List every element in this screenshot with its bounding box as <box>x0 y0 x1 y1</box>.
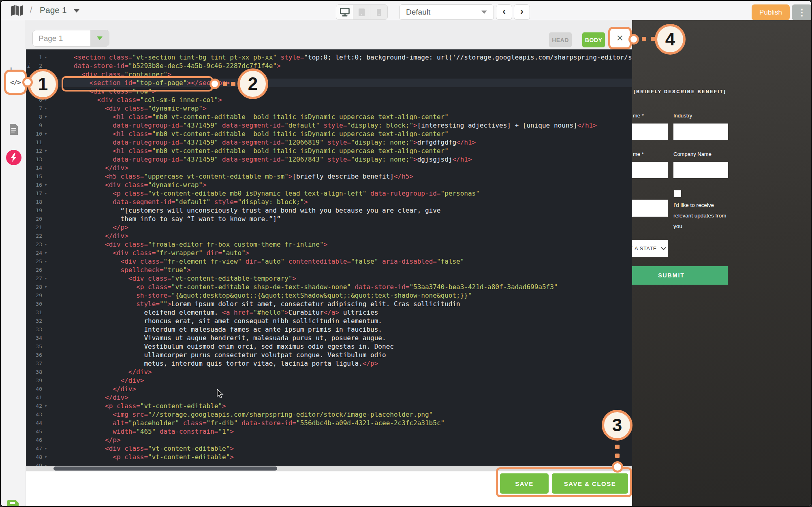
code-text[interactable]: </p> <box>74 436 632 444</box>
code-line-40[interactable]: 40 </div> <box>26 385 632 393</box>
code-line-26[interactable]: 26 spellcheck="true"> <box>26 266 632 274</box>
code-text[interactable]: </div> <box>74 376 632 385</box>
fold-caret-icon[interactable] <box>42 121 49 130</box>
document-icon[interactable] <box>9 124 18 135</box>
horizontal-scrollbar-thumb[interactable] <box>53 467 277 471</box>
fold-caret-icon[interactable]: ▾ <box>42 283 49 291</box>
fold-caret-icon[interactable]: ▾ <box>42 240 49 249</box>
code-line-15[interactable]: 15 <h5 class="uppercase vt-content-edita… <box>26 172 632 181</box>
code-text[interactable]: <h1 class="mb0 vt-content-editable bold … <box>74 130 632 138</box>
code-line-41[interactable]: 41 </div> <box>26 393 632 402</box>
fold-caret-icon[interactable]: ▾ <box>42 402 49 410</box>
code-line-34[interactable]: 34 Vivamus ut augue hendrerit, malesuada… <box>26 334 632 342</box>
code-line-42[interactable]: 42▾ <p class="vt-content-editable"> <box>26 402 632 410</box>
fold-caret-icon[interactable]: ▾ <box>42 147 49 155</box>
fold-caret-icon[interactable]: ▾ <box>42 257 49 266</box>
breadcrumb-page-title[interactable]: Page 1 <box>40 5 67 15</box>
code-text[interactable]: <p class="vt-content-editable"> <box>74 402 632 410</box>
code-line-25[interactable]: 25▾ <div class="fr-element fr-view" dir=… <box>26 257 632 266</box>
code-text[interactable]: </div> <box>74 385 632 393</box>
fold-caret-icon[interactable] <box>42 155 49 164</box>
editor-page-select-caret[interactable] <box>90 30 109 46</box>
code-text[interactable]: data-rulegroup-id="4371459" data-segment… <box>74 138 632 147</box>
fold-caret-icon[interactable] <box>42 334 49 342</box>
code-line-20[interactable]: 20 them info to say “I want to know more… <box>26 215 632 223</box>
code-line-30[interactable]: 30 style="">Lorem ipsum dolor sit amet, … <box>26 300 632 308</box>
fold-caret-icon[interactable] <box>42 325 49 334</box>
code-text[interactable]: sh-store="{&quot;desktop&quot;:{&quot;te… <box>74 291 632 300</box>
code-text[interactable]: <div class="col-sm-6 inner-col"> <box>74 96 632 104</box>
code-line-29[interactable]: 29 sh-store="{&quot;desktop&quot;:{&quot… <box>26 291 632 300</box>
fold-caret-icon[interactable]: ▾ <box>42 249 49 257</box>
first-name-input[interactable] <box>632 124 668 140</box>
code-line-44[interactable]: 44 alt="placeholder" class="fr-dib" data… <box>26 419 632 427</box>
code-line-9[interactable]: 9 data-rulegroup-id="4371459" data-segme… <box>26 121 632 130</box>
code-line-6[interactable]: 6▾ <div class="col-sm-6 inner-col"> <box>26 96 632 104</box>
code-text[interactable]: data-store-id="b5293b8e-dec5-4a5b-9c46-2… <box>74 62 632 70</box>
code-text[interactable]: data-rulegroup-id="4371459" data-segment… <box>74 121 632 130</box>
code-text[interactable]: “[customers will unconsciously trust and… <box>74 206 632 215</box>
code-text[interactable]: Vivamus ut augue hendrerit, malesuada pu… <box>74 334 632 342</box>
code-line-11[interactable]: 11 data-rulegroup-id="4371459" data-segm… <box>26 138 632 147</box>
email-input[interactable] <box>632 200 668 217</box>
code-line-43[interactable]: 43 <img src="//storage.googleapis.com/sh… <box>26 410 632 419</box>
fold-caret-icon[interactable] <box>42 410 49 419</box>
code-line-31[interactable]: 31 eleifend elementum. <a href="#hello">… <box>26 308 632 317</box>
code-line-21[interactable]: 21 </p> <box>26 223 632 232</box>
fold-caret-icon[interactable] <box>42 368 49 376</box>
code-text[interactable]: <p class="vt-content-editable mb0 isDyna… <box>74 189 632 198</box>
mobile-view-button[interactable] <box>370 5 387 19</box>
code-line-33[interactable]: 33 Interdum et malesuada fames ac ante i… <box>26 325 632 334</box>
industry-input[interactable] <box>673 124 728 140</box>
state-select[interactable]: ECT A STATE <box>632 240 668 257</box>
fold-caret-icon[interactable] <box>42 385 49 393</box>
code-text[interactable]: </div> <box>74 232 632 240</box>
fold-caret-icon[interactable]: ▾ <box>42 274 49 283</box>
tablet-view-button[interactable] <box>353 5 370 19</box>
code-text[interactable]: Interdum et malesuada fames ac ante ipsu… <box>74 325 632 334</box>
head-tab-button[interactable]: HEAD <box>549 32 572 47</box>
code-text[interactable]: </div> <box>74 164 632 172</box>
code-text[interactable]: spellcheck="true"> <box>74 266 632 274</box>
code-line-32[interactable]: 32 rhoncus erat, sit amet consequat nibh… <box>26 317 632 325</box>
prev-button[interactable]: ‹ <box>496 4 512 20</box>
code-line-46[interactable]: 46 </p> <box>26 436 632 444</box>
code-text[interactable]: </div> <box>74 393 632 402</box>
fold-caret-icon[interactable] <box>42 436 49 444</box>
fold-caret-icon[interactable] <box>42 198 49 206</box>
code-line-12[interactable]: 12▾ <h1 class="mb0 vt-content-editable b… <box>26 147 632 155</box>
code-line-19[interactable]: 19 “[customers will unconsciously trust … <box>26 206 632 215</box>
code-text[interactable]: rhoncus erat, sit amet consequat nibh so… <box>74 317 632 325</box>
fold-caret-icon[interactable] <box>42 215 49 223</box>
code-line-27[interactable]: 27▾ <div class="vt-content-editable-temp… <box>26 274 632 283</box>
code-line-48[interactable]: 48▾ <p class="vt-content-editable"> <box>26 453 632 461</box>
code-text[interactable]: <h1 class="mb0 vt-content-editable bold … <box>74 147 632 155</box>
code-text[interactable]: width="465" data-constrain="1"> <box>74 427 632 436</box>
code-line-13[interactable]: 13 data-rulegroup-id="4371459" data-segm… <box>26 155 632 164</box>
code-line-7[interactable]: 7▾ <div class="dynamic-wrap"> <box>26 104 632 113</box>
map-logo-icon[interactable] <box>11 4 24 17</box>
code-text[interactable]: <div class="dynamic-wrap"> <box>74 181 632 189</box>
code-line-22[interactable]: 22 </div> <box>26 232 632 240</box>
code-text[interactable]: metus, interdum quis tortor vitae, lacin… <box>74 359 632 368</box>
code-text[interactable]: <div class="froala-editor fr-box custom-… <box>74 240 632 249</box>
save-disk-icon[interactable] <box>6 499 19 507</box>
submit-button[interactable]: SUBMIT <box>632 266 728 285</box>
code-text[interactable]: alt="placeholder" class="fr-dib" data-st… <box>74 419 632 427</box>
code-text[interactable]: <img src="//storage.googleapis.com/sharp… <box>74 410 632 419</box>
fold-caret-icon[interactable] <box>42 308 49 317</box>
code-line-36[interactable]: 36 ullamcorper purus consectetur volutpa… <box>26 351 632 359</box>
code-line-24[interactable]: 24▾ <div class="fr-wrapper" dir="auto"> <box>26 249 632 257</box>
code-text[interactable]: <p class="vt-content-editable shsp-de-te… <box>74 283 632 291</box>
fold-caret-icon[interactable] <box>42 317 49 325</box>
code-line-23[interactable]: 23▾ <div class="froala-editor fr-box cus… <box>26 240 632 249</box>
fold-caret-icon[interactable] <box>42 172 49 181</box>
code-text[interactable]: <div class="dynamic-wrap"> <box>74 104 632 113</box>
fold-caret-icon[interactable] <box>42 419 49 427</box>
updates-checkbox[interactable] <box>674 190 681 197</box>
code-line-17[interactable]: 17▾ <p class="vt-content-editable mb0 is… <box>26 189 632 198</box>
code-text[interactable]: <h5 class="uppercase vt-content-editable… <box>74 172 632 181</box>
close-icon[interactable]: × <box>617 32 623 44</box>
fold-caret-icon[interactable] <box>42 359 49 368</box>
fold-caret-icon[interactable] <box>42 300 49 308</box>
